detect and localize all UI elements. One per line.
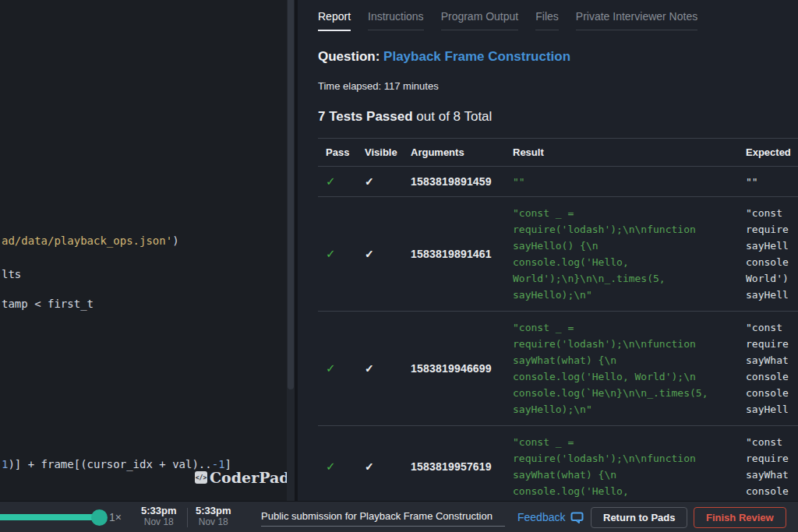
end-time: 5:33pm xyxy=(196,505,231,516)
playback-slider[interactable] xyxy=(0,514,100,520)
coderpad-playback-review: ad/data/playback_ops.json') lts tamp < f… xyxy=(0,0,798,532)
end-date: Nov 18 xyxy=(196,516,231,528)
start-time: 5:33pm xyxy=(141,505,177,516)
timestamp-divider xyxy=(187,508,188,527)
header-result: Result xyxy=(513,146,746,158)
coderpad-logo-text: CoderPad xyxy=(210,469,290,486)
time-elapsed: Time elapsed: 117 minutes xyxy=(318,80,798,92)
expected-value: "const require sayWhat console console s… xyxy=(746,319,798,417)
editor-scrollbar-track[interactable] xyxy=(287,0,295,501)
report-panel: ReportInstructionsProgram OutputFilesPri… xyxy=(298,0,798,501)
header-visible: Visible xyxy=(365,146,411,158)
tests-passed-count: 7 Tests Passed xyxy=(318,109,413,124)
pass-check-icon: ✓ xyxy=(318,361,365,375)
return-to-pads-button[interactable]: Return to Pads xyxy=(591,507,687,528)
tests-summary: 7 Tests Passed out of 8 Total xyxy=(318,109,798,125)
result-value: "const _ = require('lodash');\n\nfunctio… xyxy=(513,205,746,303)
question-heading: Question: Playback Frame Construction xyxy=(318,49,798,65)
playback-end-time: 5:33pm Nov 18 xyxy=(196,505,231,528)
visible-check-icon: ✓ xyxy=(365,248,411,260)
tests-total: out of 8 Total xyxy=(413,109,493,124)
visible-check-icon: ✓ xyxy=(365,175,411,188)
submission-selector[interactable]: Public submission for Playback Frame Con… xyxy=(261,510,505,527)
feedback-link[interactable]: Feedback xyxy=(517,511,584,523)
question-title-link[interactable]: Playback Frame Construction xyxy=(383,49,570,64)
playback-start-time: 5:33pm Nov 18 xyxy=(141,505,177,528)
tab-report[interactable]: Report xyxy=(318,10,351,31)
arguments-value: 1583819891459 xyxy=(411,175,513,188)
expected-value: "const require sayHell console World') s… xyxy=(746,205,798,303)
expected-value: "" xyxy=(746,174,798,190)
playback-speed[interactable]: 1× xyxy=(109,511,122,523)
tab-bar: ReportInstructionsProgram OutputFilesPri… xyxy=(318,0,798,31)
table-header-row: Pass Visible Arguments Result Expected xyxy=(318,139,798,167)
coderpad-watermark: </> CoderPad xyxy=(195,469,290,486)
result-value: "" xyxy=(513,174,746,190)
visible-check-icon: ✓ xyxy=(365,460,411,473)
test-results-table: Pass Visible Arguments Result Expected ✓… xyxy=(318,138,798,501)
pass-check-icon: ✓ xyxy=(318,460,365,474)
code-line: ad/data/playback_ops.json') xyxy=(2,234,179,247)
question-label: Question: xyxy=(318,49,380,64)
table-row: ✓ ✓ 1583819891459 "" "" xyxy=(318,167,798,197)
arguments-value: 1583819946699 xyxy=(411,362,513,375)
code-editor: ad/data/playback_ops.json') lts tamp < f… xyxy=(0,0,296,501)
pass-check-icon: ✓ xyxy=(318,174,365,188)
arguments-value: 1583819957619 xyxy=(411,460,513,473)
playback-bar: 1× 5:33pm Nov 18 5:33pm Nov 18 Public su… xyxy=(0,501,798,532)
result-value: "const _ = require('lodash');\n\nfunctio… xyxy=(513,319,746,417)
expected-value: "const require sayWhat console xyxy=(746,434,798,499)
code-string: ad/data/playback_ops.json' xyxy=(2,234,172,247)
arguments-value: 1583819891461 xyxy=(411,248,513,260)
table-row: ✓ ✓ 1583819957619 "const _ = require('lo… xyxy=(318,426,798,501)
pass-check-icon: ✓ xyxy=(318,247,365,261)
table-row: ✓ ✓ 1583819891461 "const _ = require('lo… xyxy=(318,197,798,312)
tab-private-interviewer-notes[interactable]: Private Interviewer Notes xyxy=(576,10,697,30)
visible-check-icon: ✓ xyxy=(365,362,411,375)
speech-bubble-icon xyxy=(570,512,584,523)
start-date: Nov 18 xyxy=(141,516,177,528)
code-line: tamp < first_t xyxy=(2,298,94,310)
table-row: ✓ ✓ 1583819946699 "const _ = require('lo… xyxy=(318,312,798,426)
finish-review-button[interactable]: Finish Review xyxy=(694,507,786,528)
tab-instructions[interactable]: Instructions xyxy=(368,10,424,30)
tab-files[interactable]: Files xyxy=(535,10,559,30)
playback-slider-handle[interactable] xyxy=(91,509,108,526)
code-line: lts xyxy=(2,268,21,280)
header-arguments: Arguments xyxy=(411,146,513,158)
tab-program-output[interactable]: Program Output xyxy=(441,10,519,30)
header-expected: Expected xyxy=(746,146,798,158)
editor-scrollbar-thumb[interactable] xyxy=(288,0,294,389)
feedback-label: Feedback xyxy=(517,511,565,523)
header-pass: Pass xyxy=(318,146,365,158)
result-value: "const _ = require('lodash');\n\nfunctio… xyxy=(513,434,746,499)
coderpad-logo-icon: </> xyxy=(195,471,207,484)
code-paren: ) xyxy=(172,234,178,247)
